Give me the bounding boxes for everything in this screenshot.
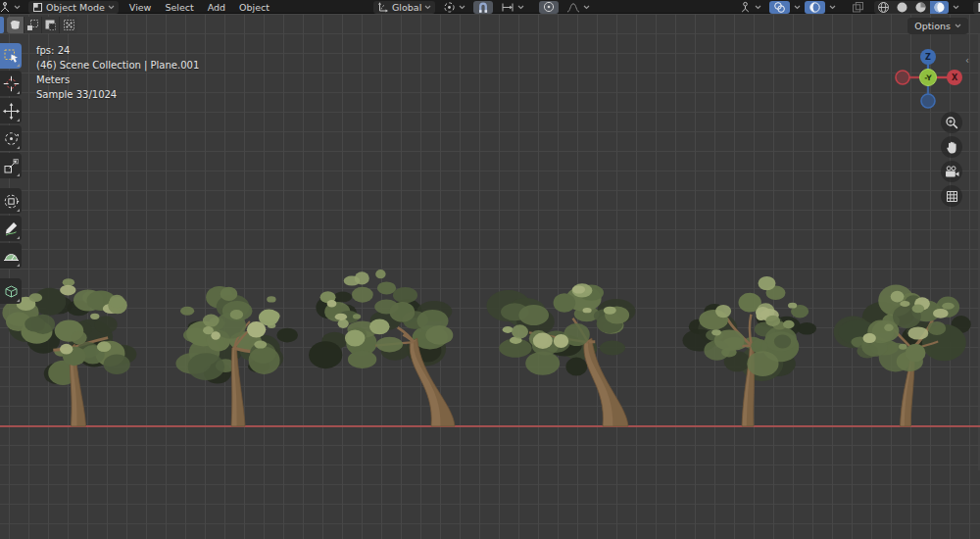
viewport-3d[interactable]: Options fps: 24 (46) Scene Collection | …	[0, 14, 980, 539]
tool-group-indicator	[17, 299, 20, 302]
falloff-dropdown[interactable]	[563, 1, 594, 14]
pivot-point-icon	[443, 1, 456, 14]
show-gizmo-icon	[739, 1, 752, 14]
header-center: Global	[373, 0, 594, 14]
tool-transform-button[interactable]	[0, 188, 22, 214]
editor-type-button[interactable]	[0, 1, 24, 14]
show-gizmo-dropdown[interactable]	[735, 1, 765, 14]
active-tool-indicator	[0, 17, 4, 33]
viewport-header: Object Mode ViewSelectAddObject Global	[0, 0, 980, 14]
toolbar-separator	[0, 180, 23, 186]
tool-group-indicator	[17, 119, 20, 122]
tool-group-indicator	[17, 209, 20, 212]
tool-add-cube-button[interactable]	[0, 278, 22, 304]
header-left: Object Mode ViewSelectAddObject	[0, 0, 276, 14]
select-mode-group	[7, 17, 77, 33]
proportional-editing-icon	[543, 1, 555, 13]
object-mode-icon	[32, 2, 43, 13]
orientation-dropdown[interactable]: Global	[373, 1, 435, 14]
sample-readout: Sample 33/1024	[36, 87, 199, 102]
shading-wireframe-button[interactable]	[874, 1, 893, 14]
render-region-icon[interactable]	[852, 1, 864, 14]
navigation-gizmo[interactable]: Z X -Y	[891, 40, 965, 119]
transform-orientation-icon	[377, 1, 389, 13]
mode-dropdown[interactable]: Object Mode	[28, 1, 119, 14]
options-label: Options	[914, 21, 951, 31]
chevron-down-icon	[459, 5, 466, 10]
viewport-nav-buttons	[941, 112, 962, 207]
nav-zoom-button[interactable]	[941, 112, 962, 133]
tool-group-indicator	[17, 64, 20, 67]
chevron-down-icon	[14, 5, 21, 10]
olive-tree-6[interactable]	[830, 279, 980, 428]
snap-target-dropdown[interactable]	[497, 1, 528, 14]
nav-pan-hand-button[interactable]	[941, 136, 962, 158]
pivot-point-dropdown[interactable]	[439, 1, 469, 14]
falloff-curve-icon	[566, 2, 580, 13]
select-mode-invert-button[interactable]	[60, 17, 77, 33]
tool-select-box-button[interactable]	[0, 43, 22, 69]
snap-toggle[interactable]	[473, 1, 493, 14]
chevron-down-icon	[517, 5, 524, 10]
options-dropdown[interactable]: Options	[907, 18, 968, 34]
mode-label: Object Mode	[46, 2, 105, 13]
chevron-down-icon	[108, 5, 115, 10]
menu-object[interactable]: Object	[232, 1, 276, 14]
svg-text:X: X	[952, 74, 958, 82]
chevron-down-icon	[755, 5, 761, 10]
olive-tree-1[interactable]	[0, 277, 160, 428]
menu-bar: ViewSelectAddObject	[122, 1, 276, 14]
chevron-down-icon	[955, 24, 961, 28]
olive-tree-3[interactable]	[285, 268, 478, 428]
snap-target-icon	[501, 2, 514, 13]
select-mode-extend-button[interactable]	[24, 17, 42, 33]
tool-rotate-button[interactable]	[0, 125, 22, 151]
tool-cursor-button[interactable]	[0, 71, 22, 96]
tool-move-button[interactable]	[0, 98, 22, 123]
chevron-down-icon[interactable]	[829, 5, 836, 10]
units-readout: Meters	[36, 73, 199, 87]
tool-group-indicator	[17, 173, 20, 176]
menu-view[interactable]: View	[122, 1, 159, 14]
chevron-down-icon[interactable]	[953, 5, 959, 10]
menu-select[interactable]: Select	[158, 1, 200, 14]
shading-material-preview-button[interactable]	[911, 1, 930, 14]
viewport-stats: fps: 24 (46) Scene Collection | Plane.00…	[36, 43, 199, 102]
toolbar	[0, 43, 23, 304]
svg-text:-Y: -Y	[924, 74, 932, 82]
fps-readout: fps: 24	[36, 43, 199, 58]
nav-orthographic-grid-button[interactable]	[941, 185, 962, 207]
tool-group-indicator	[17, 146, 20, 149]
header-right	[735, 0, 980, 14]
collection-readout: (46) Scene Collection | Plane.001	[36, 58, 199, 73]
tool-group-indicator	[17, 264, 20, 267]
select-mode-set-button[interactable]	[7, 17, 24, 33]
tool-settings-bar	[0, 16, 77, 33]
shading-mode-group	[874, 1, 949, 14]
menu-add[interactable]: Add	[201, 1, 232, 14]
olive-tree-4[interactable]	[462, 268, 653, 428]
select-mode-subtract-button[interactable]	[42, 17, 60, 33]
show-overlays-icon	[773, 1, 786, 14]
nav-camera-view-button[interactable]	[941, 161, 962, 182]
sidebar-collapse-icon[interactable]: ‹	[965, 55, 969, 66]
tool-measure-button[interactable]	[0, 243, 22, 269]
snap-magnet-icon	[477, 1, 489, 14]
editor-type-icon	[0, 2, 11, 13]
olive-tree-5[interactable]	[678, 273, 829, 428]
toolbar-separator	[0, 270, 23, 276]
chevron-down-icon	[424, 5, 431, 10]
shading-solid-button[interactable]	[893, 1, 911, 14]
orientation-label: Global	[392, 2, 421, 13]
shading-rendered-button[interactable]	[930, 1, 949, 14]
svg-text:Z: Z	[925, 53, 931, 62]
chevron-down-icon[interactable]	[794, 5, 801, 10]
tool-scale-button[interactable]	[0, 153, 22, 178]
tool-annotate-button[interactable]	[0, 216, 22, 241]
tool-group-indicator	[17, 91, 20, 94]
blender-window: Options fps: 24 (46) Scene Collection | …	[0, 0, 980, 539]
toggle-xray[interactable]	[805, 1, 825, 14]
render-pause-button[interactable]	[973, 1, 980, 14]
show-overlays-toggle[interactable]	[769, 1, 790, 14]
proportional-editing-toggle[interactable]	[539, 1, 559, 14]
